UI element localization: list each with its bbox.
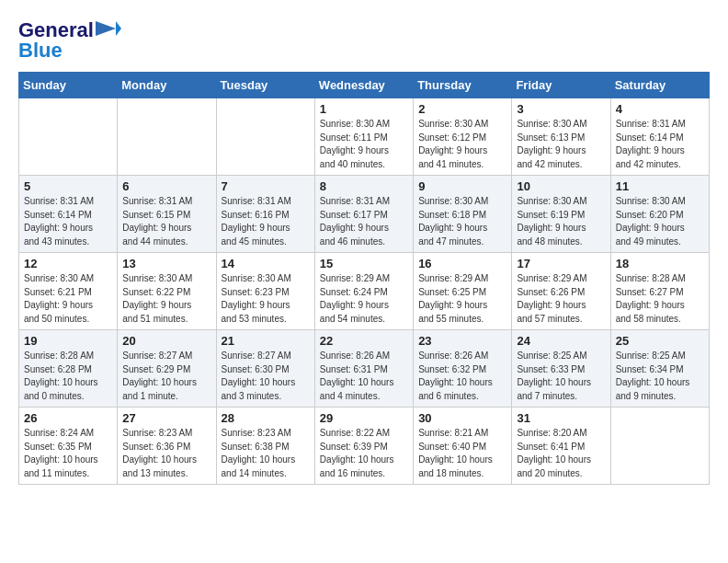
day-number: 21 [222, 334, 310, 348]
calendar-day-26: 26Sunrise: 8:24 AM Sunset: 6:35 PM Dayli… [19, 408, 118, 485]
calendar-day-8: 8Sunrise: 8:31 AM Sunset: 6:17 PM Daylig… [314, 176, 413, 253]
day-info: Sunrise: 8:31 AM Sunset: 6:14 PM Dayligh… [616, 118, 704, 171]
day-number: 7 [222, 179, 310, 193]
day-number: 11 [616, 179, 704, 193]
calendar-day-25: 25Sunrise: 8:25 AM Sunset: 6:34 PM Dayli… [610, 330, 709, 408]
day-number: 17 [517, 257, 605, 270]
calendar-day-5: 5Sunrise: 8:31 AM Sunset: 6:14 PM Daylig… [19, 176, 118, 253]
day-info: Sunrise: 8:29 AM Sunset: 6:26 PM Dayligh… [517, 272, 605, 326]
calendar-week-row: 12Sunrise: 8:30 AM Sunset: 6:21 PM Dayli… [19, 253, 710, 330]
day-info: Sunrise: 8:25 AM Sunset: 6:33 PM Dayligh… [517, 350, 605, 403]
calendar-day-10: 10Sunrise: 8:30 AM Sunset: 6:19 PM Dayli… [512, 176, 610, 253]
day-info: Sunrise: 8:23 AM Sunset: 6:38 PM Dayligh… [222, 427, 310, 480]
day-info: Sunrise: 8:22 AM Sunset: 6:39 PM Dayligh… [320, 427, 408, 480]
day-number: 15 [320, 257, 408, 270]
calendar-day-31: 31Sunrise: 8:20 AM Sunset: 6:41 PM Dayli… [512, 408, 610, 485]
day-info: Sunrise: 8:31 AM Sunset: 6:15 PM Dayligh… [122, 195, 210, 248]
day-number: 12 [24, 257, 112, 270]
calendar-day-7: 7Sunrise: 8:31 AM Sunset: 6:16 PM Daylig… [216, 176, 314, 253]
calendar-body: 1Sunrise: 8:30 AM Sunset: 6:11 PM Daylig… [19, 98, 710, 485]
day-info: Sunrise: 8:30 AM Sunset: 6:19 PM Dayligh… [517, 195, 605, 248]
calendar-day-27: 27Sunrise: 8:23 AM Sunset: 6:36 PM Dayli… [118, 408, 216, 485]
calendar-day-13: 13Sunrise: 8:30 AM Sunset: 6:22 PM Dayli… [118, 253, 216, 330]
day-header-friday: Friday [512, 73, 610, 98]
day-info: Sunrise: 8:20 AM Sunset: 6:41 PM Dayligh… [517, 427, 605, 480]
day-number: 20 [122, 334, 210, 348]
day-info: Sunrise: 8:28 AM Sunset: 6:27 PM Dayligh… [616, 272, 704, 326]
day-number: 9 [418, 179, 506, 193]
calendar-day-11: 11Sunrise: 8:30 AM Sunset: 6:20 PM Dayli… [610, 176, 709, 253]
calendar-table: SundayMondayTuesdayWednesdayThursdayFrid… [18, 72, 710, 485]
day-info: Sunrise: 8:31 AM Sunset: 6:17 PM Dayligh… [320, 195, 408, 248]
day-info: Sunrise: 8:29 AM Sunset: 6:24 PM Dayligh… [320, 272, 408, 326]
day-info: Sunrise: 8:30 AM Sunset: 6:12 PM Dayligh… [418, 118, 506, 171]
calendar-day-24: 24Sunrise: 8:25 AM Sunset: 6:33 PM Dayli… [512, 330, 610, 408]
day-info: Sunrise: 8:29 AM Sunset: 6:25 PM Dayligh… [418, 272, 506, 326]
day-info: Sunrise: 8:30 AM Sunset: 6:13 PM Dayligh… [517, 118, 605, 171]
day-header-saturday: Saturday [610, 73, 709, 98]
day-number: 13 [122, 257, 210, 270]
day-number: 16 [418, 257, 506, 270]
logo-flag-icon [96, 21, 121, 40]
day-number: 25 [616, 334, 704, 348]
day-header-tuesday: Tuesday [216, 73, 314, 98]
calendar-day-16: 16Sunrise: 8:29 AM Sunset: 6:25 PM Dayli… [414, 253, 512, 330]
day-number: 22 [320, 334, 408, 348]
day-number: 2 [418, 102, 506, 116]
day-number: 31 [517, 411, 605, 425]
day-info: Sunrise: 8:26 AM Sunset: 6:31 PM Dayligh… [320, 350, 408, 403]
calendar-day-21: 21Sunrise: 8:27 AM Sunset: 6:30 PM Dayli… [216, 330, 314, 408]
day-info: Sunrise: 8:31 AM Sunset: 6:16 PM Dayligh… [222, 195, 310, 248]
calendar-day-9: 9Sunrise: 8:30 AM Sunset: 6:18 PM Daylig… [414, 176, 512, 253]
calendar-day-1: 1Sunrise: 8:30 AM Sunset: 6:11 PM Daylig… [314, 98, 413, 176]
day-header-sunday: Sunday [19, 73, 118, 98]
day-info: Sunrise: 8:30 AM Sunset: 6:22 PM Dayligh… [122, 272, 210, 326]
day-info: Sunrise: 8:30 AM Sunset: 6:21 PM Dayligh… [24, 272, 112, 326]
day-info: Sunrise: 8:24 AM Sunset: 6:35 PM Dayligh… [24, 427, 112, 480]
day-number: 8 [320, 179, 408, 193]
day-info: Sunrise: 8:28 AM Sunset: 6:28 PM Dayligh… [24, 350, 112, 403]
day-info: Sunrise: 8:21 AM Sunset: 6:40 PM Dayligh… [418, 427, 506, 480]
calendar-day-17: 17Sunrise: 8:29 AM Sunset: 6:26 PM Dayli… [512, 253, 610, 330]
calendar-header-row: SundayMondayTuesdayWednesdayThursdayFrid… [19, 73, 710, 98]
page-header: General Blue [18, 18, 710, 63]
day-info: Sunrise: 8:26 AM Sunset: 6:32 PM Dayligh… [418, 350, 506, 403]
day-info: Sunrise: 8:23 AM Sunset: 6:36 PM Dayligh… [122, 427, 210, 480]
day-info: Sunrise: 8:31 AM Sunset: 6:14 PM Dayligh… [24, 195, 112, 248]
calendar-day-23: 23Sunrise: 8:26 AM Sunset: 6:32 PM Dayli… [414, 330, 512, 408]
day-number: 3 [517, 102, 605, 116]
day-info: Sunrise: 8:30 AM Sunset: 6:11 PM Dayligh… [320, 118, 408, 171]
day-number: 1 [320, 102, 408, 116]
calendar-day-14: 14Sunrise: 8:30 AM Sunset: 6:23 PM Dayli… [216, 253, 314, 330]
day-number: 30 [418, 411, 506, 425]
day-number: 24 [517, 334, 605, 348]
day-info: Sunrise: 8:30 AM Sunset: 6:18 PM Dayligh… [418, 195, 506, 248]
calendar-week-row: 19Sunrise: 8:28 AM Sunset: 6:28 PM Dayli… [19, 330, 710, 408]
calendar-empty-cell [19, 98, 118, 176]
day-number: 23 [418, 334, 506, 348]
day-header-thursday: Thursday [414, 73, 512, 98]
day-info: Sunrise: 8:25 AM Sunset: 6:34 PM Dayligh… [616, 350, 704, 403]
day-info: Sunrise: 8:30 AM Sunset: 6:20 PM Dayligh… [616, 195, 704, 248]
day-info: Sunrise: 8:27 AM Sunset: 6:30 PM Dayligh… [222, 350, 310, 403]
calendar-day-29: 29Sunrise: 8:22 AM Sunset: 6:39 PM Dayli… [314, 408, 413, 485]
day-number: 19 [24, 334, 112, 348]
day-number: 10 [517, 179, 605, 193]
calendar-day-20: 20Sunrise: 8:27 AM Sunset: 6:29 PM Dayli… [118, 330, 216, 408]
day-number: 4 [616, 102, 704, 116]
calendar-day-12: 12Sunrise: 8:30 AM Sunset: 6:21 PM Dayli… [19, 253, 118, 330]
calendar-empty-cell [216, 98, 314, 176]
calendar-week-row: 1Sunrise: 8:30 AM Sunset: 6:11 PM Daylig… [19, 98, 710, 176]
logo-blue-text: Blue [18, 39, 63, 63]
day-number: 27 [122, 411, 210, 425]
day-number: 5 [24, 179, 112, 193]
calendar-day-28: 28Sunrise: 8:23 AM Sunset: 6:38 PM Dayli… [216, 408, 314, 485]
calendar-week-row: 26Sunrise: 8:24 AM Sunset: 6:35 PM Dayli… [19, 408, 710, 485]
day-info: Sunrise: 8:27 AM Sunset: 6:29 PM Dayligh… [122, 350, 210, 403]
day-number: 26 [24, 411, 112, 425]
day-number: 18 [616, 257, 704, 270]
calendar-day-30: 30Sunrise: 8:21 AM Sunset: 6:40 PM Dayli… [414, 408, 512, 485]
calendar-day-22: 22Sunrise: 8:26 AM Sunset: 6:31 PM Dayli… [314, 330, 413, 408]
calendar-day-4: 4Sunrise: 8:31 AM Sunset: 6:14 PM Daylig… [610, 98, 709, 176]
calendar-day-18: 18Sunrise: 8:28 AM Sunset: 6:27 PM Dayli… [610, 253, 709, 330]
